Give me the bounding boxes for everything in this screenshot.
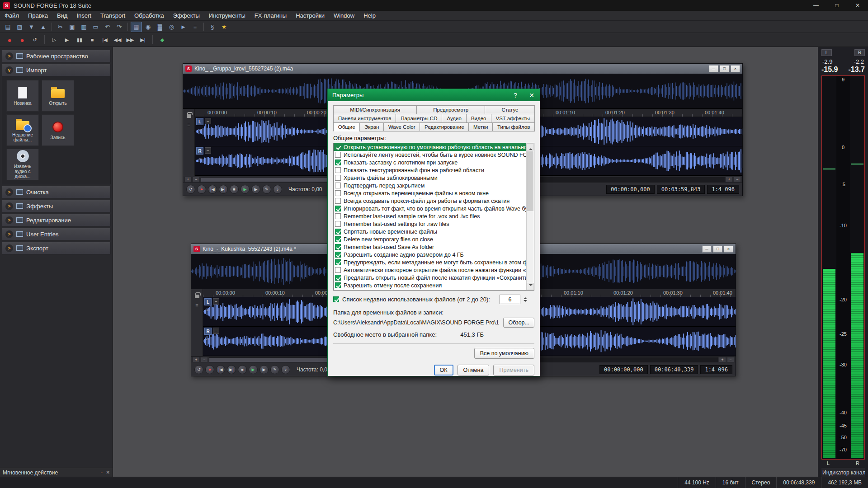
menu-item-7[interactable]: Инструменты [204,11,250,20]
tab-0-0[interactable]: MIDI/Синхронизация [333,105,417,114]
tab-1-3[interactable]: Видео [466,114,491,123]
stop-button[interactable]: ■ [230,185,239,194]
tab-1-4[interactable]: VST-эффекты [491,114,535,123]
option-checkbox[interactable] [335,221,341,227]
sidebar-section-editing[interactable]: >Редактирование [2,214,111,226]
sidebar-section-import[interactable]: ∨Импорт [2,64,111,76]
option-checkbox[interactable] [335,167,341,173]
play-plain-button[interactable]: ▶ [251,185,260,194]
zoom-button[interactable]: − [734,177,741,182]
stop-button[interactable]: ■ [238,365,247,374]
option-checkbox[interactable] [335,206,341,211]
paste-button[interactable]: ▥ [78,22,90,32]
menu-item-9[interactable]: Настройки [291,11,329,20]
copy-button[interactable]: ▣ [66,22,78,32]
cancel-button[interactable]: Отмена [458,365,490,375]
menu-item-11[interactable]: Help [359,11,380,20]
close-button[interactable]: × [731,65,740,72]
option-checkbox[interactable] [335,213,341,219]
trim-button[interactable]: ▭ [90,22,101,32]
menu-item-1[interactable]: Правка [24,11,52,20]
option-checkbox[interactable] [335,229,341,235]
tab-1-0[interactable]: Панели инструментов [333,114,396,123]
loop-playback-button[interactable]: ↺ [186,185,195,194]
tab-0-1[interactable]: Предпросмотр [416,105,485,114]
sidebar-section-user-entries[interactable]: >User Entries [2,228,111,240]
edit-tool-button[interactable]: ✎ [262,185,271,194]
minimize-button[interactable]: ─ [702,245,712,253]
option-checkbox[interactable] [335,198,341,204]
menu-item-3[interactable]: Insert [72,11,96,20]
rewind-button[interactable]: ◀◀ [112,34,123,45]
script-editor-button[interactable]: § [207,22,218,32]
zoom-tool-button[interactable]: ◎ [166,22,177,32]
browse-button[interactable]: Обзор... [503,318,534,328]
go-to-start-button[interactable]: |◀ [216,365,225,374]
dialog-titlebar[interactable]: Параметры ? ✕ [328,89,540,101]
pause-button[interactable]: ▮▮ [74,34,85,45]
option-row-15[interactable]: Предупреждать, если метаданные не могут … [334,258,526,266]
spectral-display-button[interactable]: ▓ [154,22,165,32]
minimize-button[interactable]: ─ [709,65,718,72]
tile-rip-cd[interactable]: Извлечь аудио с диска... [6,149,39,180]
restore-button[interactable]: □ [713,245,722,253]
zoom-ratio-field[interactable]: 1:4 096 [707,185,739,194]
tile-open[interactable]: Открыть [42,80,74,112]
scrub-button[interactable]: ♪ [273,185,282,194]
option-row-7[interactable]: Всегда создавать прокси-файл для работы … [334,197,526,205]
tab-2-2[interactable]: Wave Color [383,122,420,131]
stop-button[interactable]: ■ [86,34,98,45]
option-row-14[interactable]: Разрешить создание аудио размером до 4 Г… [334,251,526,258]
play-button[interactable]: ▶ [61,34,73,45]
menu-item-0[interactable]: Файл [0,11,24,20]
option-checkbox[interactable] [335,175,341,181]
tab-2-5[interactable]: Типы файлов [492,122,535,131]
go-to-end-button[interactable]: ▶| [219,185,228,194]
ok-button[interactable]: ОК [434,365,453,375]
option-checkbox[interactable] [335,267,341,273]
option-row-0[interactable]: Открыть установленную по умолчанию рабоч… [334,143,526,151]
close-button[interactable]: ✕ [847,0,868,11]
option-checkbox[interactable] [335,160,341,165]
menu-icon[interactable]: ≡ [187,122,190,127]
option-row-12[interactable]: Delete new temporary files on close [334,235,526,243]
position-field[interactable]: 00:00:00,000 [599,365,648,374]
option-checkbox[interactable] [335,259,341,265]
option-row-3[interactable]: Показать текстурированный фон на рабочей… [334,166,526,174]
zoom-button[interactable]: − [193,177,200,182]
option-row-5[interactable]: Подтвердить перед закрытием [334,182,526,189]
option-checkbox[interactable] [335,144,341,150]
go-to-end-button[interactable]: ▶| [137,34,149,45]
lock-icon[interactable] [187,114,191,118]
apply-button[interactable]: Применить [493,365,534,375]
option-checkbox[interactable] [335,275,341,281]
collapse-button[interactable]: − [205,147,211,154]
option-row-11[interactable]: Спрятать новые временные файлы [334,228,526,235]
option-row-9[interactable]: Remember last-used sample rate for .vox … [334,212,526,220]
arm-record-button[interactable]: ● [16,34,28,45]
defaults-button[interactable]: Все по умолчанию [474,348,534,359]
zoom-button[interactable]: + [726,177,733,182]
option-checkbox[interactable] [335,282,341,288]
open-file-button[interactable]: ▧ [14,22,25,32]
zoom-button[interactable]: − [727,357,734,362]
tile-recent[interactable]: Недавние файлы... [6,114,39,146]
menu-item-2[interactable]: Вид [52,11,72,20]
fast-forward-button[interactable]: ▶▶ [124,34,136,45]
sidebar-section-cleaning[interactable]: >Очистка [2,186,111,198]
restore-button[interactable]: □ [720,65,729,72]
tab-2-3[interactable]: Редактирование [420,122,469,131]
sidebar-section-workspace[interactable]: >Рабочее пространство [2,50,111,62]
go-to-end-button[interactable]: ▶| [227,365,236,374]
window-titlebar[interactable]: SKino_-_Gruppa_krovi_55527245 (2).m4a─□× [183,64,742,74]
meter-tab-right[interactable]: R [854,49,865,56]
go-to-start-button[interactable]: |◀ [99,34,111,45]
zoom-button[interactable]: + [193,357,200,362]
zoom-button[interactable]: + [184,177,192,182]
tile-new[interactable]: Новинка [6,80,39,112]
temp-folder-path[interactable]: C:\Users\Aleksandr\AppData\Local\MAGIX\S… [333,319,500,326]
recent-files-checkbox[interactable] [333,296,339,302]
record-button[interactable]: ● [205,365,214,374]
option-row-13[interactable]: Remember last-used Save As folder [334,243,526,251]
option-checkbox[interactable] [335,183,341,188]
